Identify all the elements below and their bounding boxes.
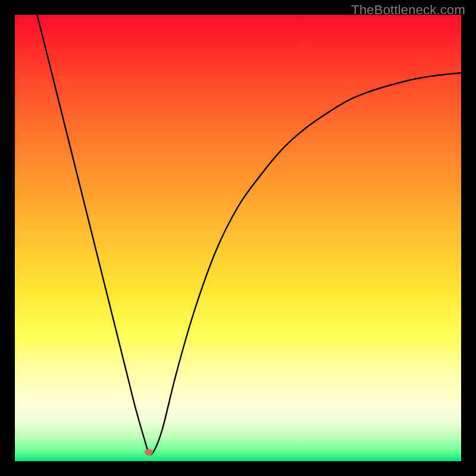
chart-container: TheBottleneck.com <box>0 0 476 476</box>
minimum-marker <box>145 449 153 456</box>
plot-area <box>15 15 461 461</box>
bottleneck-curve <box>37 15 462 455</box>
curve-layer <box>15 15 461 461</box>
watermark-text: TheBottleneck.com <box>351 2 465 18</box>
